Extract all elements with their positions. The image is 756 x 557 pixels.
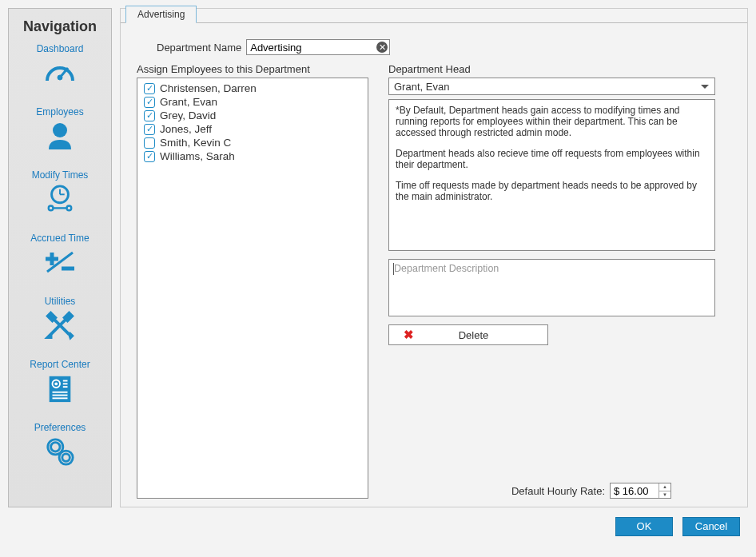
user-icon bbox=[9, 121, 111, 153]
svg-point-22 bbox=[51, 443, 60, 452]
form-area: Department Name ✕ Assign Employees to th… bbox=[121, 22, 747, 507]
employee-name: Grey, David bbox=[160, 109, 216, 121]
nav-employees[interactable]: Employees bbox=[9, 101, 111, 165]
info-p2: Department heads also recieve time off r… bbox=[396, 148, 708, 170]
nav-label: Dashboard bbox=[9, 43, 111, 54]
employee-item[interactable]: Grant, Evan bbox=[144, 95, 361, 109]
ok-button[interactable]: OK bbox=[615, 517, 673, 536]
checkbox-icon[interactable] bbox=[144, 124, 155, 135]
employee-name: Jones, Jeff bbox=[160, 123, 212, 135]
main-panel: Advertising Department Name ✕ Assign Emp… bbox=[120, 8, 748, 507]
employee-item[interactable]: Smith, Kevin C bbox=[144, 136, 361, 149]
employee-name: Grant, Evan bbox=[160, 96, 217, 108]
assign-employees-label: Assign Employees to this Department bbox=[137, 63, 368, 75]
dept-head-info: *By Default, Department heads gain acces… bbox=[388, 99, 715, 251]
hourly-rate-label: Default Hourly Rate: bbox=[511, 485, 605, 497]
plus-minus-icon bbox=[9, 247, 111, 280]
desc-placeholder: Department Description bbox=[394, 263, 499, 274]
nav-label: Utilities bbox=[9, 296, 111, 307]
dept-head-select[interactable]: Grant, Evan bbox=[388, 78, 715, 95]
gauge-icon bbox=[9, 58, 111, 90]
dept-name-label: Department Name bbox=[157, 42, 241, 54]
info-p3: Time off requests made by department hea… bbox=[396, 180, 708, 202]
employee-item[interactable]: Grey, David bbox=[144, 109, 361, 122]
spinner-up-icon[interactable]: ▲ bbox=[659, 483, 670, 491]
checkbox-icon[interactable] bbox=[144, 110, 155, 121]
svg-point-8 bbox=[67, 206, 72, 211]
nav-label: Accrued Time bbox=[9, 233, 111, 244]
nav-sidebar: Navigation Dashboard Employees Modify Ti… bbox=[8, 8, 112, 507]
checkbox-icon[interactable] bbox=[144, 137, 155, 149]
nav-label: Modify Times bbox=[9, 169, 111, 181]
svg-point-6 bbox=[49, 206, 54, 211]
svg-point-2 bbox=[53, 123, 67, 137]
svg-point-1 bbox=[58, 75, 62, 80]
employee-name: Christensen, Darren bbox=[160, 82, 257, 94]
sidebar-title: Navigation bbox=[9, 18, 111, 35]
delete-x-icon: ✖ bbox=[404, 328, 414, 342]
nav-modify-times[interactable]: Modify Times bbox=[9, 165, 111, 228]
spinner-down-icon[interactable]: ▼ bbox=[659, 491, 670, 499]
nav-accrued-time[interactable]: Accrued Time bbox=[9, 228, 111, 291]
tab-advertising[interactable]: Advertising bbox=[125, 6, 197, 23]
nav-label: Preferences bbox=[9, 422, 111, 433]
checkbox-icon[interactable] bbox=[144, 83, 155, 94]
dept-head-value: Grant, Evan bbox=[394, 81, 449, 93]
tools-icon bbox=[9, 310, 111, 343]
chevron-down-icon bbox=[701, 85, 709, 89]
employee-name: Smith, Kevin C bbox=[160, 137, 231, 149]
dept-name-input[interactable] bbox=[246, 39, 390, 55]
svg-point-15 bbox=[54, 382, 58, 385]
clock-wrench-icon bbox=[9, 184, 111, 217]
dept-description-input[interactable]: Department Description bbox=[388, 259, 715, 316]
delete-label: Delete bbox=[424, 329, 547, 341]
nav-dashboard[interactable]: Dashboard bbox=[9, 38, 111, 101]
checkbox-icon[interactable] bbox=[144, 151, 155, 162]
nav-label: Report Center bbox=[9, 359, 111, 370]
employee-name: Williams, Sarah bbox=[160, 150, 235, 162]
employee-item[interactable]: Jones, Jeff bbox=[144, 122, 361, 136]
cancel-button[interactable]: Cancel bbox=[682, 517, 740, 536]
employee-item[interactable]: Williams, Sarah bbox=[144, 149, 361, 163]
info-p1: *By Default, Department heads gain acces… bbox=[396, 105, 708, 138]
nav-utilities[interactable]: Utilities bbox=[9, 291, 111, 354]
hourly-rate-input[interactable] bbox=[611, 483, 659, 498]
svg-point-24 bbox=[62, 454, 70, 462]
report-icon bbox=[9, 373, 111, 406]
rate-spinner[interactable]: ▲ ▼ bbox=[659, 483, 670, 498]
dept-head-label: Department Head bbox=[388, 63, 715, 75]
nav-preferences[interactable]: Preferences bbox=[9, 417, 111, 480]
nav-report-center[interactable]: Report Center bbox=[9, 354, 111, 417]
nav-label: Employees bbox=[9, 106, 111, 117]
checkbox-icon[interactable] bbox=[144, 97, 155, 108]
employee-list[interactable]: Christensen, DarrenGrant, EvanGrey, Davi… bbox=[137, 78, 368, 499]
gears-icon bbox=[9, 436, 111, 469]
employee-item[interactable]: Christensen, Darren bbox=[144, 82, 361, 95]
delete-button[interactable]: ✖ Delete bbox=[388, 324, 548, 345]
